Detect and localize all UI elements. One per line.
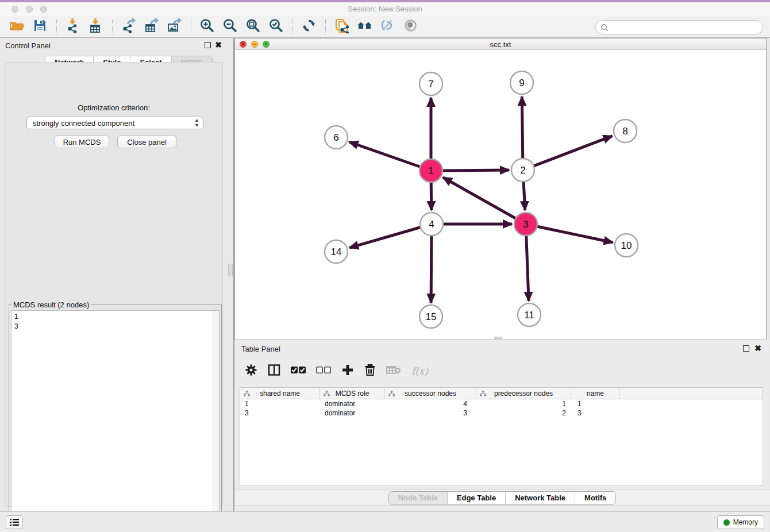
- column-header-name[interactable]: name: [571, 388, 620, 399]
- node-3[interactable]: 3: [514, 213, 537, 236]
- delete-column-button[interactable]: [364, 364, 376, 379]
- main-toolbar: [0, 16, 770, 38]
- edge-2-8[interactable]: [533, 136, 613, 167]
- zoom-out-button[interactable]: [220, 18, 240, 36]
- apply-layout-button[interactable]: [299, 18, 318, 36]
- export-table-button[interactable]: [141, 18, 161, 36]
- node-9[interactable]: 9: [510, 71, 533, 94]
- close-table-panel-icon[interactable]: ✖: [754, 344, 761, 353]
- edge-3-10[interactable]: [536, 226, 613, 242]
- column-header-MCDS-role[interactable]: MCDS role: [320, 388, 385, 399]
- search-input[interactable]: [611, 24, 763, 32]
- edge-2-9[interactable]: [522, 97, 523, 160]
- deselect-all-rows-button[interactable]: [316, 365, 331, 377]
- tree-hierarchy-icon: [480, 391, 486, 396]
- node-4[interactable]: 4: [420, 213, 443, 236]
- tab-edge-table[interactable]: Edge Table: [447, 492, 505, 504]
- memory-button[interactable]: Memory: [717, 515, 764, 529]
- column-header-successor-nodes[interactable]: successor nodes: [385, 388, 476, 399]
- vertical-splitter-handle[interactable]: [228, 264, 233, 276]
- add-column-button[interactable]: [341, 364, 354, 379]
- table-cell[interactable]: 1: [476, 399, 571, 408]
- table-toolbar: f(x): [245, 362, 428, 380]
- node-10[interactable]: 10: [615, 234, 638, 257]
- tab-motifs[interactable]: Motifs: [575, 492, 615, 504]
- edge-4-14[interactable]: [349, 227, 422, 248]
- import-network-button[interactable]: [63, 18, 82, 36]
- float-panel-icon[interactable]: [205, 42, 211, 48]
- optimization-criterion-label: Optimization criterion:: [5, 103, 222, 112]
- table-cell[interactable]: 2: [476, 408, 571, 418]
- node-11[interactable]: 11: [518, 303, 541, 326]
- toolbar-separator: [56, 20, 57, 34]
- application-window: Session: New Session Control Panel ✖ Net…: [0, 0, 770, 532]
- export-network-icon: [121, 18, 136, 36]
- edge-1-4[interactable]: [431, 181, 432, 210]
- optimization-criterion-select[interactable]: strongly connected component ▲▼: [26, 117, 203, 129]
- column-manager-button[interactable]: [268, 364, 280, 379]
- table-cell[interactable]: 1: [571, 399, 620, 408]
- zoom-in-button[interactable]: [197, 18, 217, 36]
- node-14[interactable]: 14: [325, 240, 348, 263]
- edge-1-2[interactable]: [441, 170, 509, 171]
- select-all-rows-button[interactable]: [291, 365, 306, 377]
- float-table-panel-icon[interactable]: [743, 345, 749, 352]
- node-7[interactable]: 7: [419, 72, 442, 95]
- node-label: 9: [519, 78, 524, 88]
- edge-3-11[interactable]: [526, 234, 529, 301]
- table-row[interactable]: 3dominator323: [240, 408, 763, 418]
- import-table-button[interactable]: [86, 18, 105, 36]
- column-header-predecessor-nodes[interactable]: predecessor nodes: [476, 388, 571, 399]
- edge-1-6[interactable]: [349, 142, 421, 167]
- result-scrollbar[interactable]: [213, 311, 219, 521]
- task-history-button[interactable]: [6, 515, 23, 529]
- export-image-button[interactable]: [164, 18, 184, 36]
- table-cell[interactable]: 3: [571, 408, 620, 418]
- node-2[interactable]: 2: [511, 159, 534, 182]
- column-label: shared name: [260, 390, 300, 398]
- edge-2-3[interactable]: [523, 180, 525, 210]
- titlebar: Session: New Session: [0, 2, 770, 16]
- first-neighbors-button[interactable]: [355, 18, 374, 36]
- tab-network-table[interactable]: Network Table: [505, 492, 575, 504]
- close-panel-button[interactable]: Close panel: [117, 136, 176, 148]
- table-cell[interactable]: 4: [385, 399, 476, 408]
- table-header-row: shared nameMCDS rolesuccessor nodesprede…: [240, 388, 763, 399]
- search-box[interactable]: [595, 20, 763, 34]
- zoom-in-icon: [199, 18, 215, 36]
- table-settings-button[interactable]: [245, 364, 257, 379]
- column-header-shared-name[interactable]: shared name: [240, 388, 320, 399]
- node-1[interactable]: 1: [419, 159, 442, 182]
- table-cell[interactable]: dominator: [320, 408, 385, 418]
- table-row[interactable]: 1dominator411: [240, 399, 763, 408]
- toolbar-separator: [292, 20, 293, 34]
- edge-3-1[interactable]: [443, 178, 517, 219]
- open-file-button[interactable]: [7, 18, 26, 36]
- zoom-selected-button[interactable]: [266, 18, 286, 36]
- node-label: 14: [331, 246, 342, 257]
- mcds-result-textarea[interactable]: 13: [11, 310, 220, 521]
- network-canvas[interactable]: 7968124314101511: [235, 50, 766, 340]
- clone-network-button[interactable]: [332, 18, 351, 36]
- close-panel-icon[interactable]: ✖: [215, 40, 222, 49]
- table-cell[interactable]: 1: [240, 399, 320, 408]
- table-cell[interactable]: dominator: [320, 399, 385, 408]
- network-window-titlebar[interactable]: ✕ − + scc.txt: [235, 38, 766, 50]
- edge-4-15[interactable]: [431, 234, 432, 303]
- node-6[interactable]: 6: [325, 126, 348, 149]
- save-session-button[interactable]: [30, 18, 49, 36]
- vertical-splitter[interactable]: [228, 38, 234, 511]
- zoom-fit-button[interactable]: [243, 18, 263, 36]
- show-hide-icon: [403, 18, 418, 36]
- table-cell[interactable]: 3: [385, 408, 476, 418]
- run-mcds-button[interactable]: Run MCDS: [55, 136, 109, 148]
- mcds-result-lines: 13: [11, 311, 219, 331]
- table-cell[interactable]: 3: [240, 408, 320, 418]
- node-15[interactable]: 15: [419, 305, 442, 328]
- tab-node-table[interactable]: Node Table: [389, 492, 447, 504]
- export-network-button[interactable]: [118, 18, 138, 36]
- graphics-details-button[interactable]: [378, 18, 397, 36]
- show-hide-button[interactable]: [401, 18, 420, 36]
- node-8[interactable]: 8: [614, 119, 637, 142]
- export-table-icon: [144, 18, 159, 36]
